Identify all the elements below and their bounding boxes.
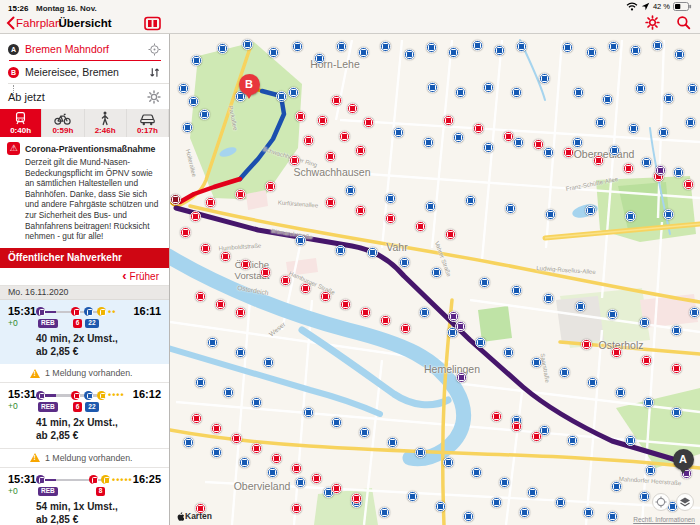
map-stop-bus[interactable] xyxy=(641,157,652,168)
map-stop-bus[interactable] xyxy=(608,41,619,52)
map-stop-bus[interactable] xyxy=(479,277,490,288)
map-stop-bus[interactable] xyxy=(643,397,654,408)
map-stop-bus[interactable] xyxy=(217,43,228,54)
map-stop-bus[interactable] xyxy=(443,457,454,468)
map-stop-tram[interactable] xyxy=(180,227,191,238)
map-stop-bus[interactable] xyxy=(448,47,459,58)
map-stop-tram[interactable] xyxy=(351,493,362,504)
map-stop-bus[interactable] xyxy=(471,467,482,478)
map-stop-bus[interactable] xyxy=(267,467,278,478)
journey-row[interactable]: 15:31 +0 •• REB622 16:11 40 min, 2x Umst… xyxy=(0,300,169,365)
map-stop-bus[interactable] xyxy=(625,435,636,446)
map-stop-bus[interactable] xyxy=(404,49,415,60)
map-stop-bus[interactable] xyxy=(494,45,505,56)
map-stop-bus[interactable] xyxy=(611,481,622,492)
map-stop-tram[interactable] xyxy=(311,473,322,484)
map-stop-bus[interactable] xyxy=(543,293,554,304)
departure-time-row[interactable]: Ab jetzt xyxy=(0,84,169,109)
map-stop-tram[interactable] xyxy=(205,197,216,208)
map-stop-tram[interactable] xyxy=(641,355,652,366)
map-stop-bus[interactable] xyxy=(635,83,646,94)
map-stop-bus[interactable] xyxy=(242,39,253,50)
earlier-button[interactable]: ‹ Früher xyxy=(0,268,169,286)
tab-walk[interactable]: 2:46h xyxy=(85,109,127,137)
split-view-button[interactable] xyxy=(144,16,161,35)
map-stop-bus[interactable] xyxy=(223,387,234,398)
map-stop-tram[interactable] xyxy=(683,179,694,190)
map-stop-tram[interactable] xyxy=(220,251,231,262)
map-stop-bus[interactable] xyxy=(671,325,682,336)
map-stop-tram[interactable] xyxy=(260,267,271,278)
search-button[interactable] xyxy=(676,15,692,31)
map-stop-bus[interactable] xyxy=(336,41,347,52)
map-stop-bus[interactable] xyxy=(182,122,193,133)
map-stop-tram[interactable] xyxy=(317,115,328,126)
map-stop-bus[interactable] xyxy=(268,47,279,58)
map-stop-bus[interactable] xyxy=(567,435,578,446)
map-stop-tram[interactable] xyxy=(331,483,342,494)
map-stop-bus[interactable] xyxy=(511,87,522,98)
map-stop-bus[interactable] xyxy=(573,87,584,98)
map-stop-tram[interactable] xyxy=(355,205,366,216)
tab-car[interactable]: 0:17h xyxy=(127,109,169,137)
map-stop-tram[interactable] xyxy=(400,323,411,334)
map-stop-tram[interactable] xyxy=(291,503,302,514)
map-stop-bus[interactable] xyxy=(385,193,396,204)
map-stop-tram[interactable] xyxy=(445,229,456,240)
map-stop-bus[interactable] xyxy=(295,477,306,488)
map-stop-tram[interactable] xyxy=(251,443,262,454)
map-mode-button[interactable] xyxy=(676,493,694,511)
map-stop-bus[interactable] xyxy=(609,145,620,156)
map-stop-tram[interactable] xyxy=(360,307,371,318)
map-stop-tram[interactable] xyxy=(623,163,634,174)
map-stop-tram[interactable] xyxy=(355,145,366,156)
map-stop-bus[interactable] xyxy=(585,205,596,216)
map-stop-tram[interactable] xyxy=(380,315,391,326)
map-stop-bus[interactable] xyxy=(527,487,538,498)
map-stop-tram[interactable] xyxy=(339,131,350,142)
map-stop-tram[interactable] xyxy=(231,433,242,444)
map-canvas[interactable]: Horn-LeheSchwachhausenOberneulandÖstlich… xyxy=(170,34,700,525)
map-stop-bus[interactable] xyxy=(393,127,404,138)
map-stop-bus[interactable] xyxy=(499,477,510,488)
map-stop-bus[interactable] xyxy=(652,40,663,51)
map-stop-bus[interactable] xyxy=(630,45,641,56)
map-stop-tram[interactable] xyxy=(271,453,282,464)
map-stop-bus[interactable] xyxy=(399,257,410,268)
map-stop-bus[interactable] xyxy=(531,357,542,368)
options-gear-icon[interactable] xyxy=(147,90,161,104)
map-stop-tram[interactable] xyxy=(533,139,544,150)
map-stop-bus[interactable] xyxy=(472,40,483,51)
map-stop-bus[interactable] xyxy=(689,307,700,318)
map-stop-bus[interactable] xyxy=(431,267,442,278)
map-stop-train[interactable] xyxy=(455,321,466,332)
map-stop-bus[interactable] xyxy=(314,53,325,64)
map-stop-bus[interactable] xyxy=(516,41,527,52)
map-stop-tram[interactable] xyxy=(443,115,454,126)
map-stop-tram[interactable] xyxy=(325,151,336,162)
map-stop-tram[interactable] xyxy=(611,347,622,358)
map-stop-bus[interactable] xyxy=(503,347,514,358)
map-stop-bus[interactable] xyxy=(663,209,674,220)
map-stop-bus[interactable] xyxy=(207,337,218,348)
map-stop-tram[interactable] xyxy=(195,291,206,302)
map-stop-bus[interactable] xyxy=(380,41,391,52)
map-stop-bus[interactable] xyxy=(639,317,650,328)
map-stop-bus[interactable] xyxy=(491,497,502,508)
map-stop-tram[interactable] xyxy=(215,299,226,310)
map-stop-train[interactable] xyxy=(456,372,467,383)
map-stop-bus[interactable] xyxy=(427,82,438,93)
journey-row[interactable]: 15:31 +0 •••• REB622 16:12 41 min, 2x Um… xyxy=(0,383,169,449)
map-stop-bus[interactable] xyxy=(425,201,436,212)
map-stop-tram[interactable] xyxy=(531,431,542,442)
map-stop-bus[interactable] xyxy=(276,91,287,102)
map-stop-tram[interactable] xyxy=(385,213,396,224)
map-stop-bus[interactable] xyxy=(195,377,206,388)
map-stop-bus[interactable] xyxy=(595,117,606,128)
map-stop-tram[interactable] xyxy=(593,155,604,166)
map-stop-tram[interactable] xyxy=(280,275,291,286)
map-stop-tram[interactable] xyxy=(340,299,351,310)
map-stop-bus[interactable] xyxy=(687,83,698,94)
map-stop-bus[interactable] xyxy=(426,42,437,53)
map-stop-bus[interactable] xyxy=(455,87,466,98)
